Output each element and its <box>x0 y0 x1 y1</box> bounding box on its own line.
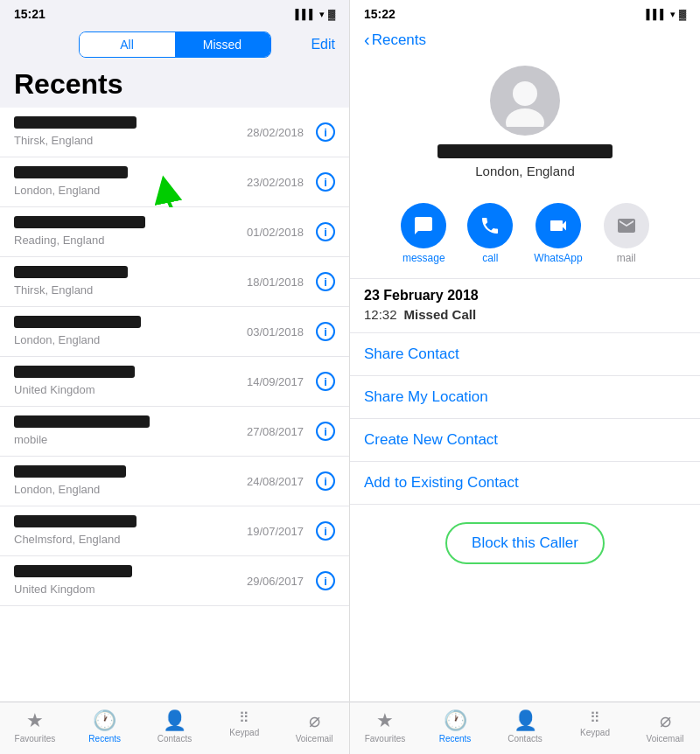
status-icons-left: ▌▌▌ ▾ ▓ <box>296 9 335 20</box>
call-date: 23/02/2018 <box>247 176 304 189</box>
call-location: London, England <box>14 483 100 496</box>
svg-point-1 <box>513 81 537 106</box>
share-location-item[interactable]: Share My Location <box>350 376 700 419</box>
call-location: United Kingdom <box>14 583 95 596</box>
mail-button[interactable]: mail <box>604 203 649 264</box>
call-item: Thirsk, England 18/01/2018 i <box>0 257 349 307</box>
call-right: 28/02/2018 i <box>247 122 335 142</box>
call-location: London, England <box>14 333 100 346</box>
tab-keypad-right[interactable]: ⠿ Keypad <box>560 709 630 737</box>
call-item: London, England 23/02/2018 i <box>0 157 349 207</box>
info-button[interactable]: i <box>316 471 335 491</box>
tab-keypad-left[interactable]: ⠿ Keypad <box>209 709 279 737</box>
call-name-bar <box>14 266 128 278</box>
call-icon-circle <box>467 203 513 248</box>
call-right: 27/08/2017 i <box>247 422 335 441</box>
tab-all[interactable]: All <box>80 32 175 57</box>
filter-tabs: All Missed <box>79 31 271 58</box>
call-date: 18/01/2018 <box>247 276 304 289</box>
message-label: message <box>402 252 445 264</box>
tab-recents-right[interactable]: 🕐 Recents <box>420 709 490 744</box>
message-icon <box>413 215 434 236</box>
call-name-bar <box>14 166 128 178</box>
time-right: 15:22 <box>364 7 396 21</box>
tab-favourites-right[interactable]: ★ Favourites <box>350 709 420 744</box>
block-caller-button[interactable]: Block this Caller <box>445 522 605 564</box>
avatar <box>490 66 560 136</box>
call-name-bar <box>14 316 141 328</box>
message-button[interactable]: message <box>401 203 446 264</box>
back-chevron-icon: ‹ <box>364 30 370 50</box>
info-button[interactable]: i <box>316 422 335 441</box>
call-date: 29/06/2017 <box>247 575 304 588</box>
call-name-bar <box>14 116 136 129</box>
tab-favourites-left[interactable]: ★ Favourites <box>0 709 70 744</box>
call-name-bar <box>14 216 145 228</box>
share-contact-item[interactable]: Share Contact <box>350 333 700 376</box>
info-button[interactable]: i <box>316 172 335 192</box>
recents-list: Thirsk, England 28/02/2018 i London, Eng… <box>0 108 349 702</box>
info-button[interactable]: i <box>316 122 335 142</box>
call-date: 28/02/2018 <box>247 126 304 139</box>
call-item: London, England 03/01/2018 i <box>0 307 349 357</box>
tab-voicemail-left[interactable]: ⌀ Voicemail <box>279 709 349 744</box>
call-item: London, England 24/08/2017 i <box>0 457 349 506</box>
status-bar-right: 15:22 ▌▌▌ ▾ ▓ <box>350 0 700 24</box>
wifi-icon: ▾ <box>670 9 676 20</box>
battery-icon: ▓ <box>679 9 686 19</box>
call-info: London, England <box>14 166 247 198</box>
call-right: 19/07/2017 i <box>247 521 335 541</box>
info-button[interactable]: i <box>316 322 335 341</box>
action-buttons: message call WhatsApp m <box>350 192 700 278</box>
wifi-icon: ▾ <box>319 9 325 20</box>
edit-button[interactable]: Edit <box>311 37 335 52</box>
call-button[interactable]: call <box>467 203 513 264</box>
call-info: London, England <box>14 465 247 497</box>
call-location: Chelmsford, England <box>14 533 120 546</box>
tab-voicemail-right[interactable]: ⌀ Voicemail <box>630 709 700 744</box>
call-date: 19/07/2017 <box>247 525 304 538</box>
info-button[interactable]: i <box>316 571 335 590</box>
call-item: mobile 27/08/2017 i <box>0 407 349 457</box>
back-nav[interactable]: ‹ Recents <box>350 24 700 57</box>
call-item: Reading, England 01/02/2018 i <box>0 207 349 257</box>
signal-icon: ▌▌▌ <box>296 9 316 19</box>
call-location: London, England <box>14 184 100 197</box>
tab-missed[interactable]: Missed <box>175 32 270 57</box>
filter-bar: All Missed Edit <box>0 24 349 65</box>
create-contact-item[interactable]: Create New Contact <box>350 419 700 462</box>
tab-bar-left: ★ Favourites 🕐 Recents 👤 Contacts ⠿ Keyp… <box>0 702 349 754</box>
voicemail-icon: ⌀ <box>309 709 320 732</box>
call-date: 24/08/2017 <box>247 475 304 488</box>
battery-icon: ▓ <box>328 9 335 19</box>
call-name-bar <box>14 565 132 577</box>
call-right: 18/01/2018 i <box>247 272 335 291</box>
whatsapp-button[interactable]: WhatsApp <box>534 203 582 264</box>
tab-label: Voicemail <box>296 734 333 744</box>
call-name-bar <box>14 366 135 378</box>
call-location: Reading, England <box>14 234 104 247</box>
call-location: Thirsk, England <box>14 283 93 297</box>
call-date: 14/09/2017 <box>247 375 304 388</box>
mail-label: mail <box>617 252 636 264</box>
info-button[interactable]: i <box>316 272 335 291</box>
info-button[interactable]: i <box>316 372 335 391</box>
call-item: Chelmsford, England 19/07/2017 i <box>0 506 349 556</box>
tab-recents-left[interactable]: 🕐 Recents <box>70 709 140 744</box>
whatsapp-icon-circle <box>536 203 581 248</box>
add-existing-item[interactable]: Add to Existing Contact <box>350 462 700 505</box>
contacts-icon: 👤 <box>163 709 186 732</box>
info-button[interactable]: i <box>316 521 335 541</box>
left-panel: 15:21 ▌▌▌ ▾ ▓ All Missed Edit Recents Th… <box>0 0 350 754</box>
svg-point-2 <box>506 108 544 127</box>
status-bar-left: 15:21 ▌▌▌ ▾ ▓ <box>0 0 349 24</box>
info-button[interactable]: i <box>316 222 335 241</box>
tab-label: Contacts <box>508 734 542 744</box>
call-info: London, England <box>14 316 247 347</box>
call-info: United Kingdom <box>14 565 247 597</box>
call-date: 01/02/2018 <box>247 226 304 239</box>
status-icons-right: ▌▌▌ ▾ ▓ <box>647 9 686 20</box>
tab-contacts-left[interactable]: 👤 Contacts <box>140 709 210 744</box>
keypad-icon: ⠿ <box>239 709 250 726</box>
tab-contacts-right[interactable]: 👤 Contacts <box>490 709 560 744</box>
